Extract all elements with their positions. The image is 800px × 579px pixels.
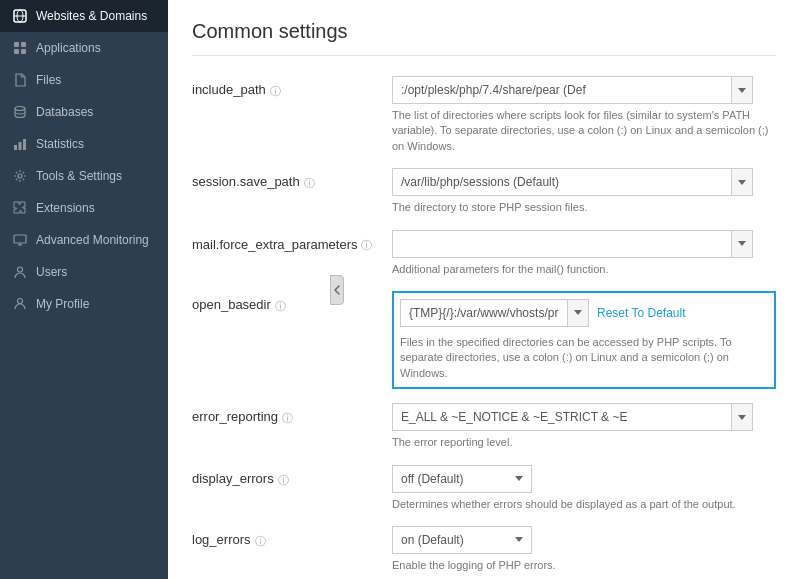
sidebar-item-files[interactable]: Files [0, 64, 168, 96]
label-mail-force: mail.force_extra_parameters ⓘ [192, 230, 392, 253]
sidebar-label-databases: Databases [36, 105, 93, 119]
value-open-basedir: Reset To Default Files in the specified … [392, 291, 776, 389]
input-include-path[interactable] [392, 76, 732, 104]
sidebar-item-databases[interactable]: Databases [0, 96, 168, 128]
svg-rect-9 [19, 142, 22, 150]
sidebar-item-statistics[interactable]: Statistics [0, 128, 168, 160]
dropdown-mail-force[interactable] [732, 230, 753, 258]
dropdown-session-save-path[interactable] [732, 168, 753, 196]
monitor-icon [12, 232, 28, 248]
value-error-reporting: The error reporting level. [392, 403, 776, 450]
dropdown-include-path[interactable] [732, 76, 753, 104]
value-mail-force: Additional parameters for the mail() fun… [392, 230, 776, 277]
svg-rect-4 [21, 42, 26, 47]
input-session-save-path[interactable] [392, 168, 732, 196]
hint-open-basedir: Files in the specified directories can b… [400, 335, 768, 381]
hint-include-path: The list of directories where scripts lo… [392, 108, 776, 154]
settings-row-display-errors: display_errors ⓘ off (Default) Determine… [192, 465, 776, 512]
settings-row-log-errors: log_errors ⓘ on (Default) Enable the log… [192, 526, 776, 573]
tools-icon [12, 168, 28, 184]
label-session-save-path: session.save_path ⓘ [192, 168, 392, 191]
sidebar: Websites & Domains Applications Files [0, 0, 168, 579]
sidebar-item-my-profile[interactable]: My Profile [0, 288, 168, 320]
puzzle-icon [12, 200, 28, 216]
settings-row-include-path: include_path ⓘ The list of directories w… [192, 76, 776, 154]
database-icon [12, 104, 28, 120]
info-icon-session-save-path[interactable]: ⓘ [304, 176, 315, 191]
sidebar-item-extensions[interactable]: Extensions [0, 192, 168, 224]
svg-rect-8 [14, 145, 17, 150]
page-title: Common settings [192, 20, 776, 56]
svg-point-11 [18, 174, 22, 178]
chart-icon [12, 136, 28, 152]
value-log-errors: on (Default) Enable the logging of PHP e… [392, 526, 776, 573]
select-log-errors[interactable]: on (Default) [392, 526, 532, 554]
main-content: Common settings include_path ⓘ The list … [168, 0, 800, 579]
info-icon-log-errors[interactable]: ⓘ [255, 534, 266, 549]
info-icon-display-errors[interactable]: ⓘ [278, 473, 289, 488]
user-icon [12, 264, 28, 280]
label-open-basedir: open_basedir ⓘ [192, 291, 392, 314]
sidebar-item-users[interactable]: Users [0, 256, 168, 288]
info-icon-open-basedir[interactable]: ⓘ [275, 299, 286, 314]
settings-table: include_path ⓘ The list of directories w… [192, 76, 776, 579]
sidebar-label-files: Files [36, 73, 61, 87]
dropdown-error-reporting[interactable] [732, 403, 753, 431]
sidebar-label-statistics: Statistics [36, 137, 84, 151]
file-icon [12, 72, 28, 88]
value-session-save-path: The directory to store PHP session files… [392, 168, 776, 215]
settings-row-session-save-path: session.save_path ⓘ The directory to sto… [192, 168, 776, 215]
reset-to-default-link[interactable]: Reset To Default [597, 306, 686, 320]
settings-row-error-reporting: error_reporting ⓘ The error reporting le… [192, 403, 776, 450]
sidebar-item-applications[interactable]: Applications [0, 32, 168, 64]
svg-point-15 [18, 267, 23, 272]
svg-rect-10 [23, 139, 26, 150]
globe-icon [12, 8, 28, 24]
sidebar-item-advanced-monitoring[interactable]: Advanced Monitoring [0, 224, 168, 256]
value-display-errors: off (Default) Determines whether errors … [392, 465, 776, 512]
info-icon-mail-force[interactable]: ⓘ [361, 238, 372, 253]
sidebar-label-tools-settings: Tools & Settings [36, 169, 122, 183]
sidebar-item-tools-settings[interactable]: Tools & Settings [0, 160, 168, 192]
sidebar-collapse-button[interactable] [330, 275, 344, 305]
hint-error-reporting: The error reporting level. [392, 435, 776, 450]
svg-point-16 [18, 299, 23, 304]
sidebar-item-websites-domains[interactable]: Websites & Domains [0, 0, 168, 32]
sidebar-label-users: Users [36, 265, 67, 279]
svg-rect-3 [14, 42, 19, 47]
hint-mail-force: Additional parameters for the mail() fun… [392, 262, 776, 277]
input-open-basedir[interactable] [400, 299, 568, 327]
svg-rect-5 [14, 49, 19, 54]
sidebar-label-websites-domains: Websites & Domains [36, 9, 147, 23]
settings-row-open-basedir: open_basedir ⓘ Reset To Default Files [192, 291, 776, 389]
hint-display-errors: Determines whether errors should be disp… [392, 497, 776, 512]
select-display-errors[interactable]: off (Default) [392, 465, 532, 493]
svg-rect-12 [14, 235, 26, 243]
svg-point-7 [15, 107, 25, 111]
dropdown-open-basedir[interactable] [568, 299, 589, 327]
label-log-errors: log_errors ⓘ [192, 526, 392, 549]
label-include-path: include_path ⓘ [192, 76, 392, 99]
settings-row-mail-force: mail.force_extra_parameters ⓘ Additional… [192, 230, 776, 277]
sidebar-label-extensions: Extensions [36, 201, 95, 215]
hint-log-errors: Enable the logging of PHP errors. [392, 558, 776, 573]
input-mail-force[interactable] [392, 230, 732, 258]
input-error-reporting[interactable] [392, 403, 732, 431]
label-display-errors: display_errors ⓘ [192, 465, 392, 488]
value-include-path: The list of directories where scripts lo… [392, 76, 776, 154]
svg-rect-6 [21, 49, 26, 54]
apps-icon [12, 40, 28, 56]
info-icon-include-path[interactable]: ⓘ [270, 84, 281, 99]
info-icon-error-reporting[interactable]: ⓘ [282, 411, 293, 426]
profile-icon [12, 296, 28, 312]
sidebar-label-advanced-monitoring: Advanced Monitoring [36, 233, 149, 247]
sidebar-label-my-profile: My Profile [36, 297, 89, 311]
sidebar-label-applications: Applications [36, 41, 101, 55]
label-error-reporting: error_reporting ⓘ [192, 403, 392, 426]
hint-session-save-path: The directory to store PHP session files… [392, 200, 776, 215]
